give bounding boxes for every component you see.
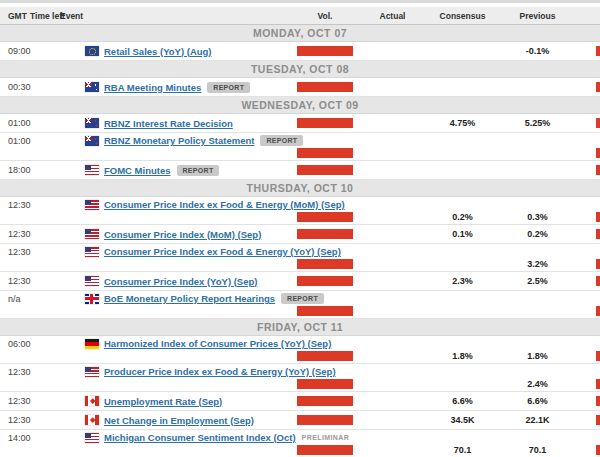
event-row: 09:00Retail Sales (YoY) (Aug)-0.1%	[0, 42, 600, 61]
volatility-bar	[297, 165, 353, 175]
event-cell: RBNZ Interest Rate Decision	[78, 118, 290, 129]
clipped-volatility-bar-icon	[596, 415, 600, 425]
col-header-previous: Previous	[500, 11, 575, 21]
volatility-bar	[297, 118, 353, 128]
col-header-vol: Vol.	[290, 11, 360, 21]
event-link[interactable]: Producer Price Index ex Food & Energy (Y…	[104, 366, 336, 377]
clipped-volatility-bar-icon	[596, 165, 600, 175]
event-link[interactable]: Michigan Consumer Sentiment Index (Oct)	[104, 432, 296, 443]
gmt-time: 12:30	[0, 415, 78, 425]
event-row: 01:00RBNZ Interest Rate Decision4.75%5.2…	[0, 114, 600, 133]
day-label: WEDNESDAY, OCT 09	[241, 99, 358, 111]
day-separator: FRIDAY, OCT 11	[0, 319, 600, 336]
volatility-bar	[297, 82, 353, 92]
consensus-value: 70.1	[425, 445, 500, 455]
event-link[interactable]: Retail Sales (YoY) (Aug)	[104, 46, 212, 57]
day-separator: WEDNESDAY, OCT 09	[0, 97, 600, 114]
vol-cell	[290, 259, 360, 269]
flag-united-states-icon	[85, 276, 99, 286]
report-button[interactable]: REPORT	[207, 82, 250, 93]
report-button[interactable]: REPORT	[260, 135, 303, 146]
event-row: n/aBoE Monetary Policy Report HearingsRE…	[0, 291, 600, 319]
event-row: 06:00Harmonized Index of Consumer Prices…	[0, 336, 600, 364]
event-link[interactable]: Consumer Price Index ex Food & Energy (Y…	[104, 246, 341, 257]
event-link[interactable]: BoE Monetary Policy Report Hearings	[104, 293, 275, 304]
event-link[interactable]: Consumer Price Index ex Food & Energy (M…	[104, 199, 345, 210]
vol-cell	[290, 212, 360, 222]
col-header-event: Event	[60, 11, 83, 21]
col-header-consensus: Consensus	[425, 11, 500, 21]
event-row: 14:00Michigan Consumer Sentiment Index (…	[0, 430, 600, 457]
previous-value: -0.1%	[500, 46, 575, 56]
event-link[interactable]: Harmonized Index of Consumer Prices (YoY…	[104, 338, 331, 349]
clipped-volatility-bar-icon	[596, 212, 600, 222]
gmt-time: 18:00	[0, 165, 78, 175]
vol-cell	[290, 276, 360, 286]
event-link[interactable]: Unemployment Rate (Sep)	[104, 396, 222, 407]
flag-germany-icon	[85, 339, 99, 349]
volatility-bar	[297, 229, 353, 239]
consensus-value: 0.2%	[425, 212, 500, 222]
gmt-time: 12:30	[0, 229, 78, 239]
volatility-bar	[297, 351, 353, 361]
event-cell: Consumer Price Index ex Food & Energy (M…	[78, 199, 600, 210]
flag-united-kingdom-icon	[85, 294, 99, 304]
event-link[interactable]: RBNZ Interest Rate Decision	[104, 118, 233, 129]
gmt-time: 06:00	[0, 339, 78, 349]
gmt-time: 09:00	[0, 46, 78, 56]
vol-cell	[290, 445, 360, 455]
consensus-value: 0.1%	[425, 229, 500, 239]
clipped-volatility-bar-icon	[596, 259, 600, 269]
report-button[interactable]: REPORT	[177, 165, 220, 176]
event-link[interactable]: Consumer Price Index (YoY) (Sep)	[104, 276, 257, 287]
event-row: 12:30Consumer Price Index (YoY) (Sep)2.3…	[0, 272, 600, 291]
vol-cell	[290, 82, 360, 92]
volatility-bar	[297, 46, 353, 56]
event-row: 12:30Producer Price Index ex Food & Ener…	[0, 364, 600, 392]
event-cell: FOMC MinutesREPORT	[78, 165, 290, 176]
event-cell: BoE Monetary Policy Report HearingsREPOR…	[78, 293, 600, 304]
clipped-volatility-bar-icon	[596, 379, 600, 389]
event-link[interactable]: FOMC Minutes	[104, 165, 171, 176]
vol-cell	[290, 165, 360, 175]
flag-canada-icon	[85, 415, 99, 425]
report-button[interactable]: REPORT	[281, 293, 324, 304]
event-row: 01:00RBNZ Monetary Policy StatementREPOR…	[0, 133, 600, 161]
gmt-time: 12:30	[0, 396, 78, 406]
event-row: 12:30Consumer Price Index ex Food & Ener…	[0, 244, 600, 272]
event-row: 12:30Net Change in Employment (Sep)34.5K…	[0, 411, 600, 430]
flag-united-states-icon	[85, 247, 99, 257]
volatility-bar	[297, 415, 353, 425]
clipped-volatility-bar-icon	[596, 229, 600, 239]
consensus-value: 4.75%	[425, 118, 500, 128]
gmt-time: 12:30	[0, 276, 78, 286]
gmt-time: n/a	[0, 294, 78, 304]
flag-new-zealand-icon	[85, 136, 99, 146]
event-link[interactable]: RBNZ Monetary Policy Statement	[104, 135, 254, 146]
event-cell: Michigan Consumer Sentiment Index (Oct)P…	[78, 432, 600, 443]
event-link[interactable]: Net Change in Employment (Sep)	[104, 415, 254, 426]
event-row: 12:30Consumer Price Index ex Food & Ener…	[0, 197, 600, 225]
event-cell: Consumer Price Index (MoM) (Sep)	[78, 229, 290, 240]
flag-australia-icon	[85, 82, 99, 92]
event-cell: Net Change in Employment (Sep)	[78, 415, 290, 426]
col-header-actual: Actual	[360, 11, 425, 21]
previous-value: 6.6%	[500, 396, 575, 406]
vol-cell	[290, 396, 360, 406]
day-label: TUESDAY, OCT 08	[251, 63, 349, 75]
gmt-time: 01:00	[0, 118, 78, 128]
clipped-volatility-bar-icon	[596, 46, 600, 56]
previous-value: 70.1	[500, 445, 575, 455]
event-row: 00:30RBA Meeting MinutesREPORT	[0, 78, 600, 97]
previous-value: 0.2%	[500, 229, 575, 239]
gmt-time: 12:30	[0, 200, 78, 210]
previous-value: 2.5%	[500, 276, 575, 286]
flag-united-states-icon	[85, 200, 99, 210]
event-link[interactable]: Consumer Price Index (MoM) (Sep)	[104, 229, 261, 240]
vol-cell	[290, 118, 360, 128]
event-link[interactable]: RBA Meeting Minutes	[104, 82, 201, 93]
consensus-value: 6.6%	[425, 396, 500, 406]
vol-cell	[290, 415, 360, 425]
event-row: 18:00FOMC MinutesREPORT	[0, 161, 600, 180]
previous-value: 0.3%	[500, 212, 575, 222]
